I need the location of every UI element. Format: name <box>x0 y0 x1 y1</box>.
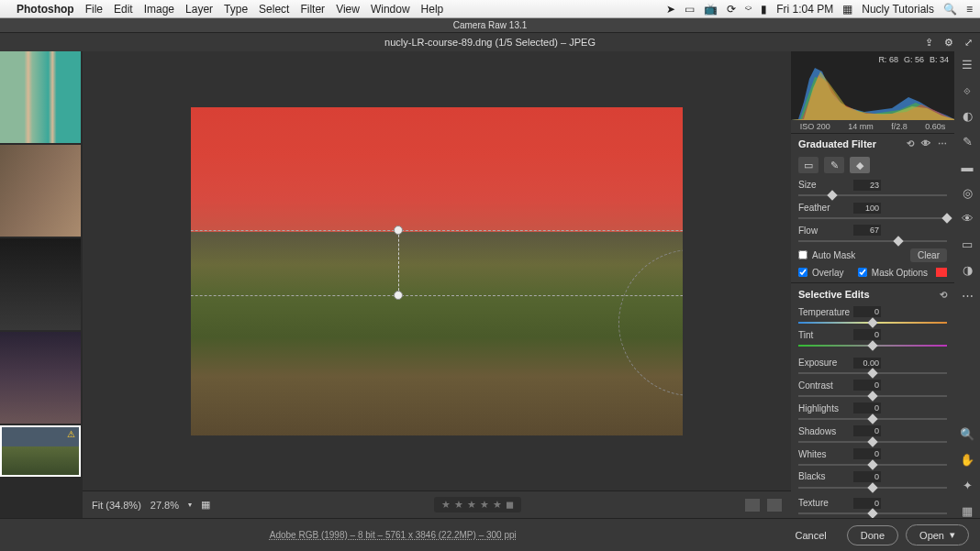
file-meta[interactable]: Adobe RGB (1998) – 8 bit – 5761 x 3846 (… <box>270 530 517 540</box>
crop-tool-icon[interactable]: ⟐ <box>960 83 974 97</box>
rating-stars[interactable]: ★ ★ ★ ★ ★ ◼ <box>434 497 521 512</box>
tint-value[interactable]: 0 <box>853 329 881 340</box>
feather-slider[interactable] <box>798 215 947 221</box>
zoom-tool-icon[interactable]: 🔍 <box>960 426 974 441</box>
contrast-value[interactable]: 0 <box>853 380 881 391</box>
chevron-down-icon[interactable]: ▾ <box>950 529 955 541</box>
location-icon[interactable]: ➤ <box>666 3 675 16</box>
texture-value[interactable]: 0 <box>853 498 881 509</box>
heal-tool-icon[interactable]: ◐ <box>960 108 974 123</box>
menu-filter[interactable]: Filter <box>300 3 325 16</box>
thumbnail-selected[interactable] <box>0 425 81 477</box>
gradient-tool-icon[interactable]: ▬ <box>960 160 974 174</box>
highlights-value[interactable]: 0 <box>853 402 881 413</box>
new-mask-button[interactable]: ▭ <box>798 157 819 173</box>
overlay-checkbox[interactable] <box>798 268 807 277</box>
hand-tool-icon[interactable]: ✋ <box>960 452 974 467</box>
feather-value[interactable]: 100 <box>853 203 881 214</box>
menu-file[interactable]: File <box>85 3 103 16</box>
temperature-value[interactable]: 0 <box>853 306 881 317</box>
fit-label[interactable]: Fit (34.8%) <box>92 500 141 511</box>
histogram[interactable]: R: 68 G: 56 B: 34 <box>791 51 954 120</box>
menu-layer[interactable]: Layer <box>185 3 213 16</box>
exposure-slider[interactable] <box>798 370 947 376</box>
menu-help[interactable]: Help <box>421 3 444 16</box>
menu-view[interactable]: View <box>336 3 360 16</box>
share-icon[interactable]: ⇪ <box>925 37 933 49</box>
blacks-slider[interactable] <box>798 485 947 490</box>
clock[interactable]: Fri 1:04 PM <box>776 3 833 16</box>
texture-slider[interactable] <box>798 511 947 516</box>
gradient-handle-bottom[interactable] <box>394 291 403 300</box>
temperature-slider[interactable] <box>798 320 947 325</box>
shadows-slider[interactable] <box>798 439 947 445</box>
fullscreen-icon[interactable]: ⤢ <box>964 37 973 49</box>
flow-slider[interactable] <box>798 238 947 244</box>
grid-tool-icon[interactable]: ▦ <box>960 503 974 518</box>
star-icon[interactable]: ★ <box>441 499 451 511</box>
mask-color-swatch[interactable] <box>936 268 947 277</box>
menu-edit[interactable]: Edit <box>114 3 133 16</box>
gradient-line-top[interactable] <box>191 230 683 231</box>
whites-value[interactable]: 0 <box>853 448 881 459</box>
open-button[interactable]: Open▾ <box>906 524 969 545</box>
star-icon[interactable]: ★ <box>454 499 463 511</box>
thumbnail[interactable] <box>0 332 81 424</box>
flag-icon[interactable]: ▦ <box>842 3 852 16</box>
canvas[interactable] <box>83 51 791 490</box>
grid-icon[interactable]: ▦ <box>201 499 210 511</box>
more-icon[interactable]: ⋯ <box>938 138 947 149</box>
tint-slider[interactable] <box>798 343 947 348</box>
sync-icon[interactable]: ⟳ <box>727 3 736 16</box>
battery-icon[interactable]: ▮ <box>761 3 767 16</box>
compare-view-icon[interactable] <box>767 499 782 512</box>
snapshot-tool-icon[interactable]: ▭ <box>960 237 974 251</box>
menu-image[interactable]: Image <box>144 3 174 16</box>
highlights-slider[interactable] <box>798 416 947 422</box>
visibility-icon[interactable]: 👁 <box>921 138 930 149</box>
gradient-line-bottom[interactable] <box>191 295 683 296</box>
menu-select[interactable]: Select <box>259 3 289 16</box>
star-icon[interactable]: ★ <box>493 499 502 511</box>
chevron-down-icon[interactable]: ▾ <box>188 501 192 509</box>
photo-preview[interactable] <box>191 107 683 435</box>
edit-tool-icon[interactable]: ☰ <box>960 57 974 72</box>
tv-icon[interactable]: 📺 <box>704 3 718 16</box>
brush-subtract-button[interactable]: ◆ <box>850 157 870 173</box>
gear-icon[interactable]: ⚙ <box>944 37 953 49</box>
thumbnail[interactable] <box>0 145 81 237</box>
reset-edits-icon[interactable]: ⟲ <box>940 290 947 300</box>
blacks-value[interactable]: 0 <box>853 471 881 482</box>
cancel-button[interactable]: Cancel <box>783 526 840 545</box>
star-icon[interactable]: ★ <box>480 499 489 511</box>
sampler-tool-icon[interactable]: ✦ <box>960 478 974 492</box>
app-name[interactable]: Photoshop <box>17 3 74 16</box>
brush-tool-icon[interactable]: ✎ <box>960 134 974 149</box>
thumbnail[interactable] <box>0 51 81 143</box>
user-menu[interactable]: Nucly Tutorials <box>862 3 934 16</box>
radial-tool-icon[interactable]: ◎ <box>960 185 974 200</box>
notifications-icon[interactable]: ≡ <box>966 3 973 16</box>
color-label-icon[interactable]: ◼ <box>506 499 514 511</box>
display-icon[interactable]: ▭ <box>685 3 695 16</box>
gradient-handle-top[interactable] <box>394 226 403 235</box>
flow-value[interactable]: 67 <box>853 225 881 236</box>
thumbnail[interactable] <box>0 238 81 330</box>
redeye-tool-icon[interactable]: 👁 <box>960 211 974 226</box>
reset-icon[interactable]: ⟲ <box>907 138 914 149</box>
mask-options-checkbox[interactable] <box>858 268 867 277</box>
presets-tool-icon[interactable]: ◑ <box>960 262 974 277</box>
zoom-select[interactable]: 27.8% <box>150 500 179 511</box>
gradient-center-line[interactable] <box>398 230 399 295</box>
star-icon[interactable]: ★ <box>467 499 476 511</box>
contrast-slider[interactable] <box>798 393 947 399</box>
clear-button[interactable]: Clear <box>910 248 947 262</box>
whites-slider[interactable] <box>798 462 947 468</box>
size-value[interactable]: 23 <box>853 180 881 191</box>
done-button[interactable]: Done <box>847 525 898 545</box>
auto-mask-checkbox[interactable] <box>798 250 807 259</box>
single-view-icon[interactable] <box>745 499 760 512</box>
more-tools-icon[interactable]: ⋯ <box>960 288 974 303</box>
wifi-icon[interactable]: ⌔ <box>745 3 752 16</box>
brush-add-button[interactable]: ✎ <box>824 157 844 173</box>
